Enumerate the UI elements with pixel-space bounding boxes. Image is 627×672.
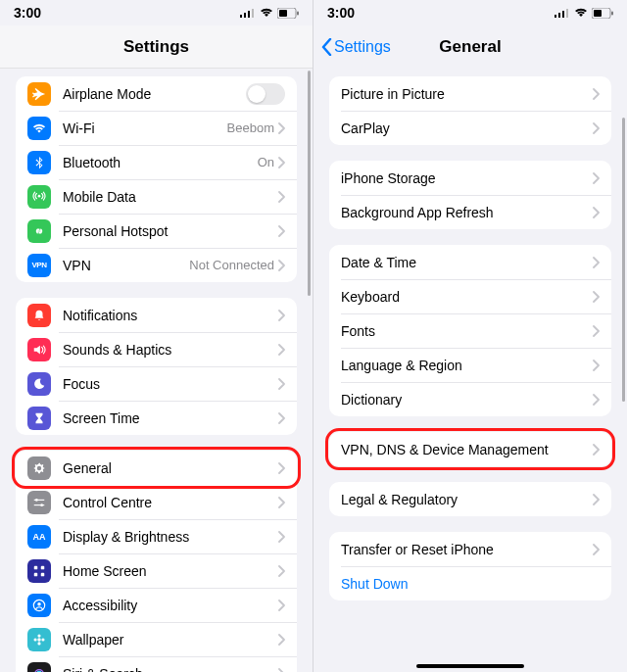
settings-list[interactable]: Airplane ModeWi-FiBeebomBluetoothOnMobil… — [0, 69, 313, 672]
page-title: General — [439, 37, 501, 57]
svg-point-18 — [37, 638, 41, 642]
row-label: Accessibility — [63, 598, 278, 613]
row-detail: On — [258, 155, 274, 169]
row-airplane[interactable]: Airplane Mode — [16, 76, 297, 111]
row-label: Siri & Search — [63, 666, 278, 673]
row-label: Transfer or Reset iPhone — [341, 542, 593, 557]
chevron-right-icon — [593, 544, 600, 555]
row-general[interactable]: General — [16, 451, 297, 485]
nav-bar: Settings — [0, 25, 313, 69]
row-label: CarPlay — [341, 120, 593, 136]
siri-icon — [27, 662, 51, 673]
svg-point-19 — [37, 634, 40, 637]
svg-point-22 — [41, 638, 44, 641]
battery-icon — [592, 8, 613, 19]
svg-point-17 — [37, 601, 41, 605]
row-siri[interactable]: Siri & Search — [16, 656, 297, 672]
row-wifi[interactable]: Wi-FiBeebom — [16, 111, 297, 145]
row-screent[interactable]: Screen Time — [16, 401, 297, 435]
svg-point-7 — [38, 194, 41, 197]
row-pip[interactable]: Picture in Picture — [329, 76, 611, 111]
row-label: Focus — [63, 376, 278, 392]
airplane-icon — [27, 82, 51, 106]
row-label: Control Centre — [63, 495, 278, 510]
row-detail: Beebom — [227, 120, 274, 135]
row-legal[interactable]: Legal & Regulatory — [329, 482, 611, 516]
row-bluetooth[interactable]: BluetoothOn — [16, 145, 297, 179]
row-lang[interactable]: Language & Region — [329, 348, 611, 382]
row-display[interactable]: AADisplay & Brightness — [16, 519, 297, 553]
row-home[interactable]: Home Screen — [16, 553, 297, 588]
row-label: Screen Time — [63, 410, 278, 426]
chevron-right-icon — [278, 260, 285, 271]
aa-icon: AA — [27, 525, 51, 549]
status-bar: 3:00 — [0, 0, 313, 25]
home-indicator[interactable] — [416, 664, 524, 668]
row-label: Fonts — [341, 323, 593, 339]
moon-icon — [27, 372, 51, 396]
svg-rect-14 — [34, 572, 38, 576]
general-group-3: VPN, DNS & Device Management — [329, 432, 611, 466]
row-kbd[interactable]: Keyboard — [329, 279, 611, 313]
chevron-right-icon — [278, 600, 285, 611]
back-button[interactable]: Settings — [321, 38, 391, 56]
row-notif[interactable]: Notifications — [16, 298, 297, 332]
chevron-right-icon — [278, 565, 285, 577]
svg-rect-1 — [244, 13, 246, 18]
chevron-right-icon — [278, 462, 285, 474]
chevron-right-icon — [278, 191, 285, 203]
svg-rect-2 — [248, 11, 250, 18]
row-wall[interactable]: Wallpaper — [16, 622, 297, 656]
svg-rect-6 — [297, 11, 299, 15]
chevron-right-icon — [593, 394, 600, 406]
row-fonts[interactable]: Fonts — [329, 313, 611, 348]
row-label: Dictionary — [341, 392, 593, 408]
chevron-right-icon — [278, 122, 285, 134]
nav-bar: Settings General — [314, 25, 627, 69]
row-label: Wallpaper — [63, 632, 278, 648]
row-dict[interactable]: Dictionary — [329, 382, 611, 416]
row-vpnmgmt[interactable]: VPN, DNS & Device Management — [329, 432, 611, 466]
row-storage[interactable]: iPhone Storage — [329, 161, 611, 195]
signal-icon — [555, 8, 570, 18]
person-icon — [27, 594, 51, 617]
row-label: Personal Hotspot — [63, 223, 278, 239]
row-label: Notifications — [63, 308, 278, 323]
grid-icon — [27, 559, 51, 583]
gear-icon — [27, 456, 51, 480]
general-group-5: Transfer or Reset iPhoneShut Down — [329, 532, 611, 600]
general-screen: 3:00 Settings General Picture in Picture… — [314, 0, 627, 672]
chevron-right-icon — [593, 444, 600, 456]
svg-rect-25 — [555, 15, 556, 18]
general-group-1: iPhone StorageBackground App Refresh — [329, 161, 611, 229]
row-carplay[interactable]: CarPlay — [329, 111, 611, 145]
svg-rect-26 — [558, 13, 560, 18]
row-bgapp[interactable]: Background App Refresh — [329, 195, 611, 229]
row-vpn[interactable]: VPNVPNNot Connected — [16, 248, 297, 282]
row-hotspot[interactable]: Personal Hotspot — [16, 214, 297, 248]
svg-rect-27 — [562, 11, 564, 18]
row-reset[interactable]: Transfer or Reset iPhone — [329, 532, 611, 566]
row-control[interactable]: Control Centre — [16, 485, 297, 519]
vpn-icon: VPN — [27, 254, 51, 277]
status-indicators — [240, 8, 299, 19]
row-sound[interactable]: Sounds & Haptics — [16, 332, 297, 366]
wifi-status-icon — [574, 8, 588, 18]
row-date[interactable]: Date & Time — [329, 245, 611, 279]
general-list[interactable]: Picture in PictureCarPlayiPhone StorageB… — [314, 69, 627, 672]
general-group-0: Picture in PictureCarPlay — [329, 76, 611, 145]
row-label: Keyboard — [341, 289, 593, 305]
row-label: Bluetooth — [63, 155, 258, 170]
svg-rect-31 — [611, 11, 613, 15]
toggle-airplane[interactable] — [246, 83, 285, 105]
status-indicators — [555, 8, 613, 19]
row-mobile[interactable]: Mobile Data — [16, 179, 297, 214]
row-focus[interactable]: Focus — [16, 366, 297, 401]
svg-rect-5 — [279, 10, 287, 17]
settings-group-0: Airplane ModeWi-FiBeebomBluetoothOnMobil… — [16, 76, 297, 282]
row-access[interactable]: Accessibility — [16, 588, 297, 622]
row-shutdown[interactable]: Shut Down — [329, 566, 611, 600]
row-label: Sounds & Haptics — [63, 342, 278, 358]
svg-rect-15 — [41, 572, 45, 576]
svg-rect-13 — [41, 565, 45, 569]
